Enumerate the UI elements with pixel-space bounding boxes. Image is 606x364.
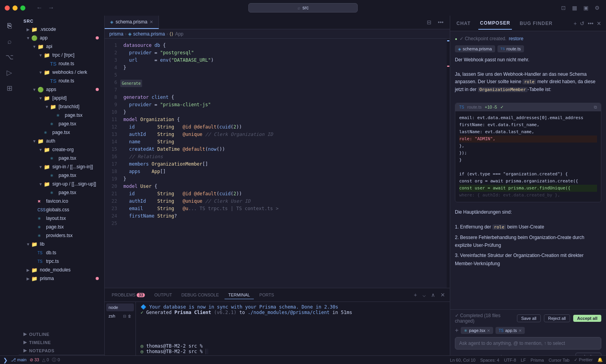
run-icon[interactable]: ▷ (2, 66, 16, 80)
code-content[interactable]: datasource db { provider = "postgresql" … (120, 39, 450, 288)
spaces-setting[interactable]: Spaces: 4 (480, 358, 499, 362)
indent-mode[interactable]: Cursor Tab (549, 358, 570, 362)
open-tab-page[interactable]: ⚛ page.tsx ✕ (461, 327, 493, 334)
tree-item-webhooks[interactable]: ▼ 📁 webhooks / clerk (19, 68, 104, 77)
trash-zsh[interactable]: 🗑 (128, 314, 132, 318)
search-icon[interactable]: ⌕ (2, 34, 16, 48)
tree-item-lib[interactable]: ▼ 📁 lib (19, 240, 104, 248)
branch-name[interactable]: ⎇ main (11, 357, 27, 362)
sidebar-section-notepads[interactable]: ▶ NOTEPADS (19, 346, 104, 355)
tab-output[interactable]: OUTPUT (150, 291, 176, 299)
add-tab-button[interactable]: + (455, 327, 458, 334)
close-button[interactable] (5, 5, 10, 11)
editor-more-button[interactable]: ••• (436, 18, 445, 26)
tree-item-api[interactable]: ▼ 📁 api (19, 42, 104, 51)
notification-bell[interactable]: 🔔 (597, 357, 603, 362)
tab-problems[interactable]: PROBLEMS 33 (108, 291, 149, 299)
terminal-session-zsh[interactable]: zsh ⊟ 🗑 (106, 312, 134, 320)
line-ending[interactable]: LF (521, 358, 526, 362)
file-pill-schema[interactable]: ◈ schema.prisma (455, 45, 495, 52)
open-tab-app[interactable]: TS app.ts ✕ (495, 327, 525, 334)
new-terminal-button[interactable]: + (412, 291, 419, 299)
terminal-session-node[interactable]: node (106, 303, 134, 311)
tree-item-page-2[interactable]: ⚛ page.tsx (19, 120, 104, 128)
extensions-icon[interactable]: ⊞ (2, 81, 16, 95)
split-editor-button[interactable]: ⊡ (560, 4, 567, 12)
tab-ports[interactable]: PORTS (255, 291, 278, 299)
more-options-button[interactable]: ••• (588, 20, 594, 27)
source-control-icon[interactable]: ⌥ (2, 50, 16, 64)
tree-item-trpc-ts[interactable]: TS trpc.ts (19, 257, 104, 266)
nav-back-button[interactable]: ← (35, 4, 44, 12)
settings-button[interactable]: ⚙ (593, 4, 601, 12)
tree-item-trpc[interactable]: ▼ 📁 trpc / [trpc] (19, 51, 104, 59)
close-page-tab[interactable]: ✕ (487, 328, 490, 333)
split-zsh[interactable]: ⊟ (123, 314, 126, 318)
file-pill-route[interactable]: TS route.ts (497, 45, 524, 52)
tree-item-page-co[interactable]: ⚛ page.tsx (19, 154, 104, 162)
tree-item-page-1[interactable]: ⚛ page.tsx (19, 111, 104, 120)
breadcrumb-file[interactable]: schema.prisma (133, 31, 165, 37)
tree-item-db[interactable]: TS db.ts (19, 248, 104, 257)
split-view-button[interactable]: ⊟ (425, 18, 433, 26)
close-app-tab[interactable]: ✕ (519, 328, 522, 333)
prettier-status[interactable]: ✓ Prettier (574, 357, 593, 362)
tree-item-create-org[interactable]: ▼ 📁 create-org (19, 145, 104, 154)
split-terminal-button[interactable]: ⌵ (421, 291, 427, 299)
tab-terminal[interactable]: TERMINAL (225, 291, 254, 299)
maximize-button[interactable] (20, 5, 25, 11)
close-panel-button[interactable]: ✕ (597, 20, 601, 27)
layout-button[interactable]: ▦ (570, 4, 579, 12)
tree-item-signup[interactable]: ▼ 📁 sign-up / [[...sign-up]] (19, 180, 104, 188)
tab-composer[interactable]: COMPOSER (478, 17, 512, 30)
tab-close-button[interactable]: ✕ (150, 20, 153, 25)
tree-item-vscode[interactable]: ▶ 📁 .vscode (19, 25, 104, 34)
tree-item-branchid[interactable]: ▼ 📁 [branchId] (19, 102, 104, 111)
add-panel-button[interactable]: + (574, 20, 577, 27)
history-button[interactable]: ↺ (580, 20, 585, 27)
search-bar[interactable]: ⌕ src (248, 3, 358, 12)
maximize-terminal-button[interactable]: ∧ (430, 291, 437, 299)
tree-item-page-main[interactable]: ⚛ page.tsx (19, 223, 104, 231)
tree-item-page-si[interactable]: ⚛ page.tsx (19, 171, 104, 180)
tree-item-appid[interactable]: ▼ 📁 [appId] (19, 94, 104, 102)
tree-item-app[interactable]: ▼ 🟢 app (19, 34, 104, 42)
tree-item-signin[interactable]: ▼ 📁 sign-in / [[...sign-in]] (19, 162, 104, 171)
tree-item-node-modules[interactable]: ▶ 📁 node_modules (19, 266, 104, 274)
tab-chat[interactable]: CHAT (455, 18, 472, 29)
sidebar-section-outline[interactable]: ▶ OUTLINE (19, 330, 104, 338)
generate-button[interactable]: Generate (120, 80, 142, 87)
sidebar-section-timeline[interactable]: ▶ TIMELINE (19, 338, 104, 346)
tree-item-providers[interactable]: ⚛ providers.tsx (19, 231, 104, 240)
breadcrumb-prisma[interactable]: prisma (109, 31, 123, 37)
copy-code-button[interactable]: ⧉ (594, 105, 597, 110)
restore-link[interactable]: restore (509, 36, 523, 41)
panel-layout-button[interactable]: ▣ (582, 4, 590, 12)
tab-debug-console[interactable]: DEBUG CONSOLE (178, 291, 223, 299)
close-terminal-button[interactable]: ✕ (439, 291, 447, 299)
tree-item-page-su[interactable]: ⚛ page.tsx (19, 188, 104, 197)
error-count[interactable]: ⊘ 33 (30, 357, 39, 362)
tree-item-apps[interactable]: ▼ 🟢 apps (19, 85, 104, 94)
reject-all-button[interactable]: Reject all (544, 314, 570, 322)
nav-forward-button[interactable]: → (46, 4, 56, 12)
cursor-position[interactable]: Ln 60, Col 10 (450, 358, 475, 362)
explorer-icon[interactable]: ⎘ (2, 19, 16, 33)
tab-schema-prisma[interactable]: ◈ schema.prisma ✕ (105, 16, 159, 29)
tree-item-layout[interactable]: ⚛ layout.tsx (19, 214, 104, 223)
tree-item-page-3[interactable]: ⚛ page.tsx (19, 128, 104, 137)
save-all-button[interactable]: Save all (517, 314, 541, 322)
chat-input[interactable]: Ask agent to do anything, @ to mention, … (455, 337, 601, 350)
language-mode[interactable]: Prisma (531, 358, 544, 362)
tree-item-favicon[interactable]: ✖ favicon.ico (19, 197, 104, 205)
minimize-button[interactable] (12, 5, 18, 11)
warning-count[interactable]: △ 0 (42, 357, 49, 362)
tree-item-prisma[interactable]: ▶ 📁 prisma (19, 274, 104, 283)
accept-all-button[interactable]: Accept all (573, 315, 601, 322)
breadcrumb-symbol[interactable]: App (175, 31, 183, 37)
encoding[interactable]: UTF-8 (504, 358, 516, 362)
info-count[interactable]: ⓘ 0 (52, 357, 60, 363)
tree-item-route-ts-2[interactable]: TS route.ts (19, 77, 104, 85)
tree-item-globals[interactable]: CSS globals.css (19, 205, 104, 214)
tab-bug-finder[interactable]: BUG FINDER (518, 18, 554, 29)
